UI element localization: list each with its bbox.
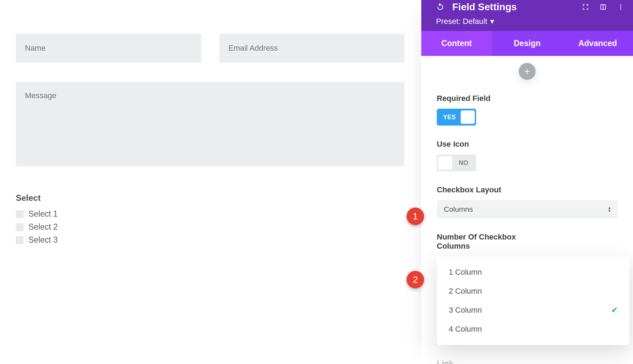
chevron-down-icon: ▾ [490,17,494,26]
checkbox-option[interactable]: Select 1 [16,209,404,219]
num-columns-dropdown: 1 Column 2 Column 3 Column ✔ 4 Column [437,256,629,345]
settings-panel: Field Settings Preset: Default ▾ Content… [421,0,633,364]
checkbox-group: Select Select 1 Select 2 Select 3 [16,193,404,245]
setting-label: Required Field [437,94,618,103]
check-icon: ✔ [611,306,618,315]
setting-label: Checkbox Layout [437,185,618,194]
option-label: 4 Column [449,325,482,334]
select-value: Columns [444,205,473,213]
undo-icon[interactable] [436,2,445,12]
checkbox-label: Select 2 [28,222,58,232]
checkbox-label: Select 3 [28,235,58,245]
use-icon-toggle[interactable]: NO [437,154,476,171]
setting-use-icon: Use Icon NO [437,140,618,171]
toggle-knob [461,110,475,124]
option-label: 3 Column [449,306,482,315]
chevron-down-icon: ⌄ [612,360,618,364]
add-button[interactable]: + [519,63,536,80]
plus-icon: + [524,66,530,77]
tab-design[interactable]: Design [492,31,563,56]
sort-arrows-icon: ▲▼ [608,206,611,212]
snap-icon[interactable] [599,3,607,11]
option-label: 1 Column [449,268,482,277]
dropdown-option[interactable]: 3 Column ✔ [437,301,629,320]
annotation-badge-1: 1 [407,207,424,225]
option-label: 2 Column [449,287,482,296]
required-field-toggle[interactable]: YES [437,109,476,126]
checkbox-label: Select 1 [28,209,58,219]
checkbox-option[interactable]: Select 2 [16,222,404,232]
email-input[interactable] [219,34,405,63]
dropdown-option[interactable]: 1 Column [437,263,629,282]
panel-header: Field Settings Preset: Default ▾ [421,0,633,31]
preset-label: Preset: Default [436,17,487,26]
setting-label: Number Of Checkbox Columns [437,232,528,251]
preset-selector[interactable]: Preset: Default ▾ [436,17,625,26]
panel-title: Field Settings [452,1,582,13]
tab-content[interactable]: Content [421,31,492,56]
toggle-knob [438,156,452,170]
panel-tabs: Content Design Advanced [421,31,633,56]
dropdown-option[interactable]: 4 Column [437,320,629,339]
name-input[interactable] [16,34,201,63]
dropdown-option[interactable]: 2 Column [437,282,629,301]
link-section[interactable]: Link ⌄ [437,351,618,364]
form-preview: Select Select 1 Select 2 Select 3 [16,34,404,248]
checkbox-option[interactable]: Select 3 [16,235,404,245]
checkbox-icon [16,223,24,231]
form-row-top [16,34,404,63]
toggle-value: YES [438,114,461,121]
expand-icon[interactable] [582,3,589,11]
setting-label: Use Icon [437,140,618,149]
annotation-badge-2: 2 [407,271,424,288]
message-textarea[interactable] [16,82,404,166]
svg-point-1 [620,6,621,7]
panel-body: + Required Field YES Use Icon NO Checkbo… [421,56,633,364]
setting-checkbox-layout: Checkbox Layout Columns ▲▼ [437,185,618,218]
checkbox-group-label: Select [16,193,404,203]
toggle-value: NO [452,159,475,167]
checkbox-icon [16,236,24,244]
checkbox-layout-select[interactable]: Columns ▲▼ [437,200,618,218]
tab-advanced[interactable]: Advanced [562,31,633,56]
section-label: Link [437,358,454,364]
setting-required-field: Required Field YES [437,94,618,126]
more-icon[interactable] [617,3,625,11]
svg-point-0 [620,5,621,6]
checkbox-icon [16,210,24,218]
svg-point-2 [620,8,621,9]
setting-num-columns: Number Of Checkbox Columns 1 Column 2 Co… [437,232,618,345]
